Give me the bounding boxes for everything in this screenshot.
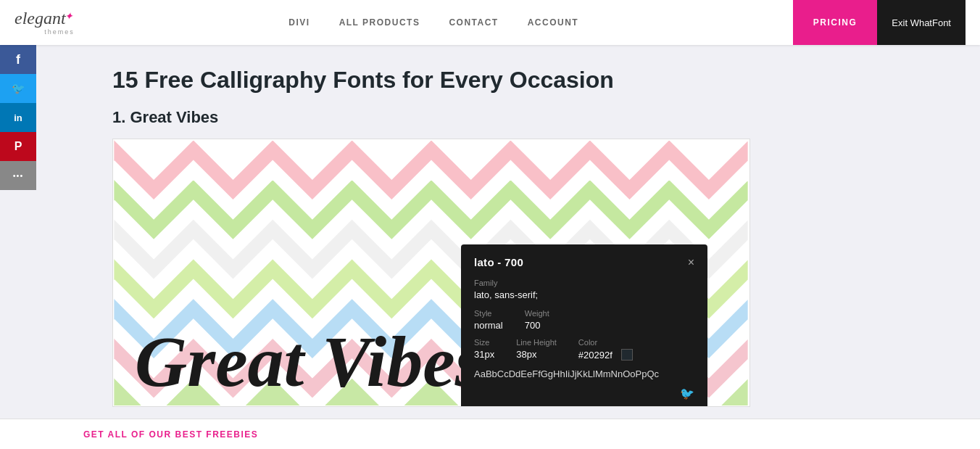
popup-weight-col: Weight 700: [525, 309, 549, 331]
nav-contact[interactable]: CONTACT: [449, 17, 498, 28]
pinterest-icon: P: [14, 140, 22, 153]
content-area: 15 Free Calligraphy Fonts for Every Occa…: [83, 45, 980, 429]
popup-weight-label: Weight: [525, 309, 549, 318]
social-pinterest-button[interactable]: P: [0, 132, 36, 161]
popup-family-section: Family lato, sans-serif;: [474, 279, 694, 300]
twitter-icon: 🐦: [12, 82, 25, 95]
popup-size-label: Size: [474, 338, 494, 347]
pricing-button[interactable]: PRICING: [793, 0, 878, 45]
popup-alphabet: AaBbCcDdEeFfGgHhIiJjKkLlMmNnOoPpQc: [474, 368, 694, 381]
main-nav: DIVI ALL PRODUCTS CONTACT ACCOUNT: [288, 17, 578, 28]
social-more-button[interactable]: •••: [0, 161, 36, 190]
social-sidebar: f 🐦 in P •••: [0, 45, 36, 190]
popup-size-col: Size 31px: [474, 338, 494, 361]
popup-color-label: Color: [578, 338, 633, 347]
logo-text: elegant✦: [14, 9, 75, 28]
freebies-link[interactable]: GET ALL OF OUR BEST FREEBIES: [83, 429, 258, 440]
logo[interactable]: elegant✦ themes: [14, 9, 75, 36]
popup-lineheight-value: 38px: [516, 349, 557, 360]
header: elegant✦ themes DIVI ALL PRODUCTS CONTAC…: [0, 0, 980, 45]
header-right: PRICING Exit WhatFont: [793, 0, 966, 45]
linkedin-icon: in: [14, 112, 22, 123]
logo-subtext: themes: [14, 28, 75, 36]
nav-account[interactable]: ACCOUNT: [528, 17, 579, 28]
popup-family-value: lato, sans-serif;: [474, 289, 694, 300]
social-facebook-button[interactable]: f: [0, 45, 36, 74]
popup-style-label: Style: [474, 309, 503, 318]
popup-weight-value: 700: [525, 320, 549, 331]
color-swatch: [621, 349, 633, 361]
bottom-bar: GET ALL OF OUR BEST FREEBIES: [0, 419, 980, 449]
popup-style-weight-row: Style normal Weight 700: [474, 309, 694, 331]
popup-close-button[interactable]: ×: [688, 257, 694, 268]
popup-footer: 🐦: [474, 387, 694, 400]
popup-lineheight-col: Line Height 38px: [516, 338, 557, 361]
popup-lineheight-label: Line Height: [516, 338, 557, 347]
social-twitter-button[interactable]: 🐦: [0, 74, 36, 103]
section-1-heading: 1. Great Vibes: [112, 108, 951, 127]
twitter-share-icon[interactable]: 🐦: [680, 387, 694, 400]
facebook-icon: f: [16, 52, 20, 67]
page-title: 15 Free Calligraphy Fonts for Every Occa…: [112, 67, 951, 94]
font-preview-container: Great Vibes lato - 700 × Family lato, sa…: [112, 139, 750, 407]
nav-all-products[interactable]: ALL PRODUCTS: [339, 17, 420, 28]
popup-header: lato - 700 ×: [474, 256, 694, 268]
popup-color-col: Color #20292f: [578, 338, 633, 361]
social-linkedin-button[interactable]: in: [0, 103, 36, 132]
popup-size-value: 31px: [474, 349, 494, 360]
popup-style-value: normal: [474, 320, 503, 331]
great-vibes-text: Great Vibes: [135, 319, 483, 399]
popup-style-col: Style normal: [474, 309, 503, 331]
popup-family-label: Family: [474, 279, 694, 287]
exit-whatfont-button[interactable]: Exit WhatFont: [877, 0, 966, 45]
popup-title: lato - 700: [474, 256, 523, 268]
nav-divi[interactable]: DIVI: [288, 17, 310, 28]
whatfont-popup: lato - 700 × Family lato, sans-serif; St…: [461, 244, 707, 407]
popup-size-color-row: Size 31px Line Height 38px Color #20292f: [474, 338, 694, 361]
popup-color-value: #20292f: [578, 350, 612, 361]
logo-star-icon: ✦: [65, 10, 73, 22]
more-icon: •••: [13, 171, 24, 180]
